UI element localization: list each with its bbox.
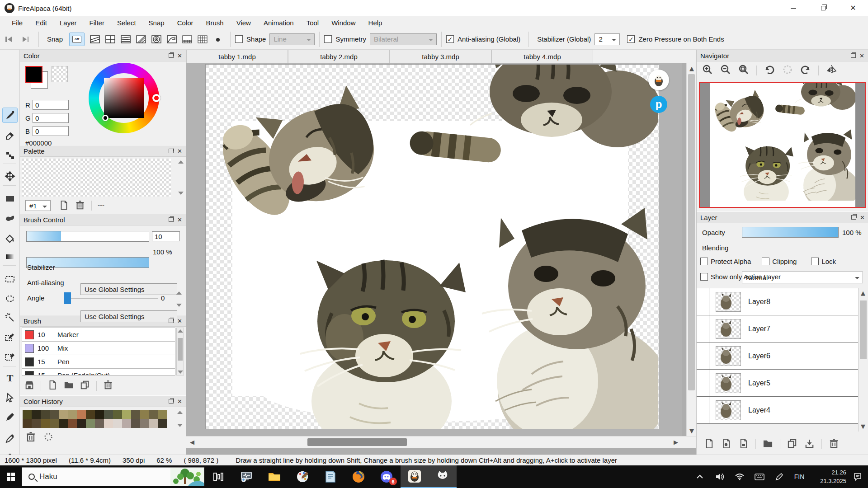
p-overlay-icon[interactable]: p (650, 96, 667, 113)
snap-parallel-icon[interactable] (90, 34, 100, 45)
gradient-tool[interactable] (2, 249, 18, 264)
color-history-swatch[interactable] (149, 410, 158, 419)
palette-swatches-area[interactable] (22, 159, 171, 197)
float-panel-icon[interactable] (169, 53, 174, 58)
float-panel-icon[interactable] (169, 149, 174, 153)
select-rect-tool[interactable] (2, 272, 18, 287)
color-history-swatch[interactable] (86, 419, 95, 428)
float-panel-icon[interactable] (169, 319, 174, 323)
color-history-swatch[interactable] (158, 419, 167, 428)
fill-rect-tool[interactable] (2, 191, 18, 206)
stabilizer-select[interactable]: Use Global Settings (80, 283, 177, 295)
delete-brush-icon[interactable] (103, 380, 113, 391)
menu-item[interactable]: View (230, 18, 257, 28)
brush-list-item[interactable]: 10 Marker (22, 328, 175, 342)
rotate-left-icon[interactable] (764, 64, 775, 76)
color-history-swatch[interactable] (68, 419, 77, 428)
sv-marker[interactable] (102, 115, 108, 121)
add-layer-type-icon[interactable] (721, 438, 731, 450)
color-history-swatch[interactable] (59, 419, 68, 428)
lock-checkbox[interactable] (811, 258, 819, 265)
snap-grid-icon[interactable] (182, 34, 193, 45)
foreground-color-swatch[interactable] (25, 66, 42, 83)
layer-row[interactable]: Layer4 (697, 397, 859, 424)
color-history-swatch[interactable] (68, 410, 77, 419)
brush-list-item[interactable]: 100 Mix (22, 342, 175, 355)
snap-cross-icon[interactable] (105, 34, 116, 45)
color-history-swatch[interactable] (95, 410, 104, 419)
color-history-swatch[interactable] (104, 419, 113, 428)
close-panel-icon[interactable]: ✕ (177, 217, 182, 223)
canvas-document[interactable] (206, 65, 659, 429)
float-panel-icon[interactable] (169, 217, 174, 222)
color-history-swatch[interactable] (122, 419, 131, 428)
protect-alpha-checkbox[interactable] (700, 258, 708, 265)
saturation-square[interactable] (104, 78, 144, 118)
start-button[interactable] (0, 465, 22, 488)
duplicate-brush-icon[interactable] (80, 380, 90, 391)
brush-list-item[interactable]: 15 Pen (FadeIn/Out) (22, 369, 175, 375)
zoom-fit-icon[interactable] (738, 64, 749, 76)
rotate-right-icon[interactable] (800, 64, 811, 76)
color-history-swatch[interactable] (158, 410, 167, 419)
angle-slider-track[interactable] (68, 298, 158, 299)
palette-set-select[interactable]: #1 (25, 200, 51, 211)
merge-down-icon[interactable] (804, 438, 815, 450)
language-indicator[interactable]: FIN (789, 465, 809, 488)
clipping-checkbox[interactable] (762, 258, 769, 265)
operation-tool[interactable] (2, 390, 18, 405)
snap-grid2-icon[interactable] (197, 34, 208, 45)
prev-button[interactable] (5, 37, 12, 42)
color-history-swatch[interactable] (50, 419, 59, 428)
b-input[interactable]: 0 (33, 126, 69, 136)
menu-item[interactable]: Window (325, 18, 362, 28)
layer-indicator[interactable] (697, 370, 709, 396)
color-history-swatch[interactable] (41, 410, 50, 419)
move-tool[interactable] (2, 169, 18, 184)
menu-item[interactable]: Brush (200, 18, 230, 28)
symmetry-select[interactable]: Bilateral (370, 33, 437, 45)
menu-item[interactable]: Filter (83, 18, 111, 28)
layer-row[interactable]: Layer8 (697, 288, 859, 315)
color-history-swatch[interactable] (77, 419, 86, 428)
color-history-swatch[interactable] (59, 410, 68, 419)
search-highlight-image[interactable] (170, 468, 204, 486)
color-history-swatch[interactable] (131, 410, 140, 419)
brush-size-slider[interactable] (26, 231, 149, 242)
clock[interactable]: 21.26 21.3.2025 (809, 468, 848, 486)
restore-button[interactable] (808, 0, 838, 16)
document-tab[interactable]: tabby 1.mdp (186, 50, 288, 63)
paint-app-icon[interactable] (288, 465, 316, 488)
fill-polygon-tool[interactable] (2, 211, 18, 226)
alpaca-overlay-icon[interactable] (648, 70, 669, 90)
symmetry-checkbox[interactable] (324, 35, 332, 43)
close-panel-icon[interactable]: ✕ (177, 318, 182, 324)
pen-icon[interactable] (769, 465, 789, 488)
zoom-in-icon[interactable] (702, 64, 713, 76)
volume-icon[interactable] (710, 465, 730, 488)
minimize-button[interactable] (778, 0, 808, 16)
snap-point-icon[interactable] (212, 34, 223, 45)
color-history-swatch[interactable] (50, 410, 59, 419)
float-panel-icon[interactable] (851, 215, 856, 220)
task-view-button[interactable] (204, 465, 232, 488)
document-tab[interactable]: tabby 4.mdp (491, 50, 593, 63)
color-history-swatch[interactable] (77, 410, 86, 419)
snap-vanishing-icon[interactable] (136, 34, 146, 45)
magic-wand-tool[interactable] (2, 310, 18, 325)
network-icon[interactable] (730, 465, 750, 488)
add-8bit-layer-icon[interactable] (738, 438, 749, 450)
angle-spinner[interactable] (175, 291, 182, 307)
show-only-active-checkbox[interactable] (700, 273, 708, 281)
r-input[interactable]: 0 (33, 100, 69, 110)
delete-layer-icon[interactable] (829, 438, 839, 450)
snap-curve-icon[interactable] (166, 34, 177, 45)
vertical-scrollbar[interactable]: ▲ ▼ (686, 63, 696, 436)
menu-item[interactable]: File (5, 18, 29, 28)
layer-opacity-slider[interactable] (742, 227, 839, 238)
eyedropper-tool[interactable] (2, 431, 18, 446)
firefox-icon[interactable] (344, 465, 373, 488)
notes-app-icon[interactable] (316, 465, 344, 488)
zoom-out-icon[interactable] (720, 64, 731, 76)
add-brush-icon[interactable] (47, 380, 57, 391)
